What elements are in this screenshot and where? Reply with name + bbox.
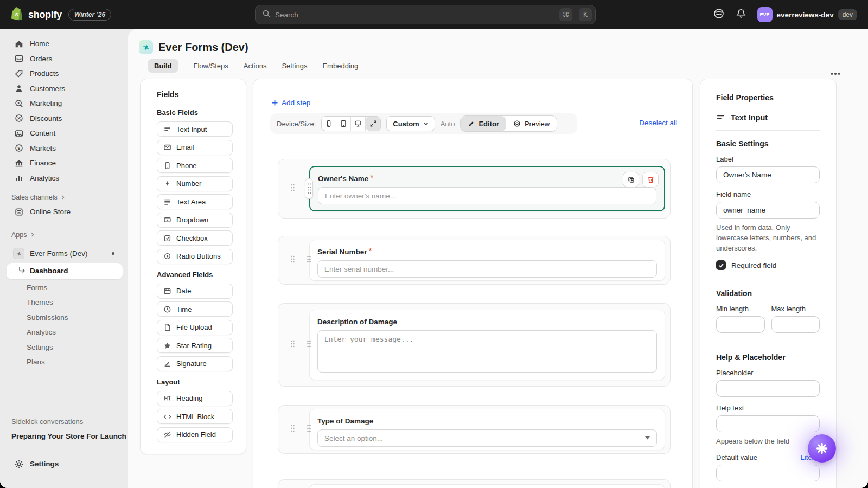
search-input[interactable]: Search ⌘ K xyxy=(255,5,596,24)
sales-channels-header[interactable]: Sales channels xyxy=(0,190,128,204)
form-field-owners-name[interactable]: Owner's Name* xyxy=(309,166,665,211)
max-length-input[interactable] xyxy=(771,316,820,333)
apps-header[interactable]: Apps xyxy=(0,228,128,242)
bell-icon[interactable] xyxy=(736,8,746,22)
sidebar-item-plans[interactable]: Plans xyxy=(0,355,128,370)
tab-flow-steps[interactable]: Flow/Steps xyxy=(194,59,228,73)
account-menu[interactable]: EVE everreviews-dev dev xyxy=(757,7,857,22)
form-step[interactable]: Owner's Name* xyxy=(278,159,671,219)
min-length-input[interactable] xyxy=(716,316,765,333)
sidebar-item-orders[interactable]: Orders xyxy=(0,52,128,67)
form-step[interactable]: Serial Number* xyxy=(278,236,671,285)
field-type-number[interactable]: Number xyxy=(157,176,233,191)
preview-mode-button[interactable]: Preview xyxy=(506,116,557,131)
field-type-signature[interactable]: Signature xyxy=(157,356,233,371)
sidebar-item-content[interactable]: Content xyxy=(0,126,128,141)
drag-handle-icon[interactable] xyxy=(290,424,295,435)
sidebar-item-dashboard[interactable]: Dashboard xyxy=(7,263,123,279)
device-fullwidth-button[interactable] xyxy=(366,117,380,131)
tab-build[interactable]: Build xyxy=(148,59,178,73)
sidebar-item-app-settings[interactable]: Settings xyxy=(0,340,128,355)
topbar: S shopify Winter ’26 Search ⌘ K xyxy=(0,0,868,29)
duplicate-field-button[interactable] xyxy=(623,172,639,187)
field-type-file-upload[interactable]: File Upload xyxy=(157,320,233,335)
serial-number-input[interactable] xyxy=(317,260,657,278)
sidebar-item-ever-forms-app[interactable]: Ever Forms (Dev) xyxy=(0,246,128,262)
field-drag-handle[interactable] xyxy=(307,255,311,266)
sidebar-item-finance[interactable]: Finance xyxy=(0,156,128,171)
help-text-input[interactable] xyxy=(716,415,820,432)
sidebar-item-discounts[interactable]: Discounts xyxy=(0,111,128,126)
shopify-logo[interactable]: S shopify xyxy=(11,7,62,23)
placeholder-input[interactable] xyxy=(716,380,820,397)
home-icon xyxy=(14,39,24,49)
device-phone-button[interactable] xyxy=(322,117,336,131)
field-type-email[interactable]: Email xyxy=(157,140,233,155)
field-type-hidden-field[interactable]: Hidden Field xyxy=(157,427,233,442)
sidebar-item-markets[interactable]: $ Markets xyxy=(0,141,128,156)
label-input[interactable] xyxy=(716,166,820,183)
default-value-input[interactable] xyxy=(716,465,820,481)
drag-handle-icon[interactable] xyxy=(290,339,295,350)
form-field-partial[interactable] xyxy=(309,484,665,488)
default-value-label: Default value xyxy=(716,453,757,461)
type-of-damage-select[interactable]: Select an option... xyxy=(317,429,657,447)
owners-name-input[interactable] xyxy=(318,187,656,204)
chevron-down-icon xyxy=(423,122,429,126)
field-type-text-input[interactable]: Text Input xyxy=(157,121,233,137)
field-drag-handle[interactable] xyxy=(307,424,311,435)
field-type-phone[interactable]: Phone xyxy=(157,158,233,173)
sidebar-item-products[interactable]: Products xyxy=(0,66,128,81)
sidebar-item-settings[interactable]: Settings xyxy=(0,457,128,472)
drag-handle-icon[interactable] xyxy=(290,255,295,266)
sidebar-item-analytics[interactable]: Analytics xyxy=(0,171,128,186)
field-type-star-rating[interactable]: Star Rating xyxy=(157,338,233,353)
description-textarea[interactable] xyxy=(317,330,657,373)
drag-handle-icon[interactable] xyxy=(290,183,295,194)
sidebar-item-themes[interactable]: Themes xyxy=(0,295,128,310)
field-type-heading[interactable]: Heading xyxy=(157,391,233,406)
sidekick-icon[interactable] xyxy=(713,8,725,22)
sidebar-item-label: Themes xyxy=(27,298,53,306)
field-type-time[interactable]: Time xyxy=(157,301,233,317)
sidebar-item-submissions[interactable]: Submissions xyxy=(0,310,128,325)
size-preset-dropdown[interactable]: Custom xyxy=(386,116,435,131)
sidebar-item-app-analytics[interactable]: Analytics xyxy=(0,325,128,340)
field-type-radio-buttons[interactable]: Radio Buttons xyxy=(157,249,233,264)
form-step[interactable] xyxy=(278,479,671,488)
eye-icon xyxy=(513,120,521,127)
sidebar-item-customers[interactable]: Customers xyxy=(0,81,128,97)
editor-mode-button[interactable]: Editor xyxy=(461,116,506,131)
sidebar-item-online-store[interactable]: Online Store xyxy=(0,204,128,220)
form-step[interactable]: Description of Damage xyxy=(278,303,671,387)
more-menu-button[interactable] xyxy=(831,73,840,75)
form-field-type-of-damage[interactable]: Type of Damage Select an option... xyxy=(309,409,665,450)
tab-actions[interactable]: Actions xyxy=(244,59,267,73)
device-desktop-button[interactable] xyxy=(351,117,366,131)
field-type-html-block[interactable]: HTML Block xyxy=(157,409,233,424)
sidekick-fab-button[interactable] xyxy=(808,434,836,463)
deselect-all-link[interactable]: Deselect all xyxy=(639,119,677,127)
add-step-button[interactable]: Add step xyxy=(271,99,310,107)
field-name-input[interactable] xyxy=(716,202,820,219)
field-name-label: Field name xyxy=(716,190,820,198)
version-badge[interactable]: Winter ’26 xyxy=(68,9,111,21)
field-type-text-area[interactable]: Text Area xyxy=(157,194,233,209)
field-drag-handle[interactable] xyxy=(307,339,311,350)
required-checkbox[interactable] xyxy=(716,260,726,270)
form-field-description-of-damage[interactable]: Description of Damage xyxy=(309,310,665,380)
field-type-date[interactable]: Date xyxy=(157,284,233,299)
sidekick-conversation-item[interactable]: Preparing Your Store For Launch xyxy=(11,432,126,440)
delete-field-button[interactable] xyxy=(642,172,659,187)
field-type-checkbox[interactable]: Checkbox xyxy=(157,230,233,246)
field-drag-handle[interactable] xyxy=(305,178,313,199)
form-field-serial-number[interactable]: Serial Number* xyxy=(309,240,665,281)
sidebar-item-home[interactable]: Home xyxy=(0,36,128,52)
device-tablet-button[interactable] xyxy=(336,117,351,131)
field-type-dropdown[interactable]: Dropdown xyxy=(157,213,233,228)
tab-settings[interactable]: Settings xyxy=(282,59,307,73)
form-step[interactable]: Type of Damage Select an option... xyxy=(278,405,671,454)
tab-embedding[interactable]: Embedding xyxy=(322,59,358,73)
sidebar-item-forms[interactable]: Forms xyxy=(0,280,128,296)
sidebar-item-marketing[interactable]: Marketing xyxy=(0,96,128,111)
